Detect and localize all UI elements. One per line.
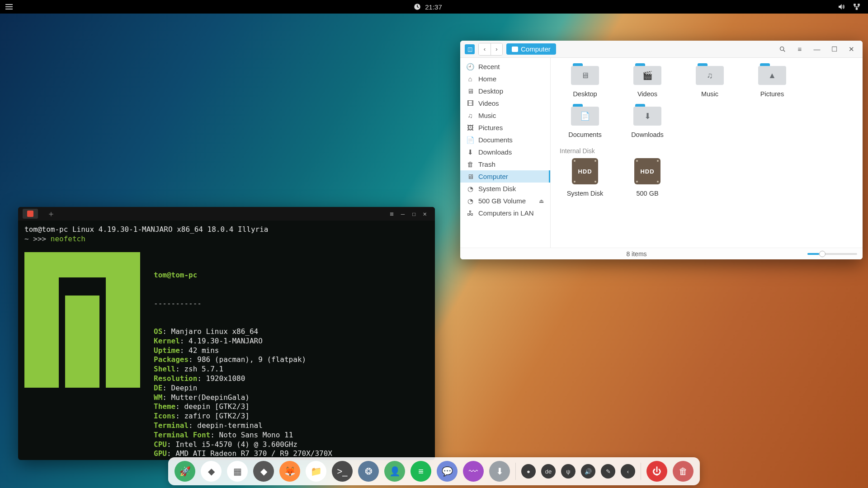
sidebar-item-trash[interactable]: 🗑Trash xyxy=(460,158,550,170)
image-icon: 🖼 xyxy=(467,124,474,131)
dock-app-lutris[interactable]: 👤 xyxy=(384,461,405,482)
tray-collapse[interactable]: ‹ xyxy=(621,464,635,479)
sidebar-item-documents[interactable]: 📄Documents xyxy=(460,134,550,146)
folder-icon: 🎬 xyxy=(633,63,661,85)
sidebar-item-500-gb-volume[interactable]: ◔500 GB Volume⏏ xyxy=(460,195,550,207)
folder-documents[interactable]: 📄Documents xyxy=(560,104,610,138)
dock-trash[interactable]: 🗑 xyxy=(673,461,693,482)
sidebar-item-desktop[interactable]: 🖥Desktop xyxy=(460,85,550,97)
dock-app-terminal[interactable]: >_ xyxy=(332,461,353,482)
neofetch-row: Theme: deepin [GTK2/3] xyxy=(154,402,332,412)
clock-icon: 🕘 xyxy=(467,63,474,70)
nav-forward-button[interactable]: › xyxy=(491,43,502,55)
sidebar-item-downloads[interactable]: ⬇Downloads xyxy=(460,146,550,158)
tray-edit[interactable]: ✎ xyxy=(601,464,615,479)
window-minimize-button[interactable]: ― xyxy=(810,42,824,56)
svg-rect-1 xyxy=(854,4,856,6)
tray-dot[interactable]: ● xyxy=(521,464,536,479)
terminal-new-tab-button[interactable]: ＋ xyxy=(43,208,59,219)
sidebar-item-home[interactable]: ⌂Home xyxy=(460,73,550,85)
window-maximize-button[interactable]: ☐ xyxy=(408,210,419,218)
terminal-content[interactable]: tom@tom-pc Linux 4.19.30-1-MANJARO x86_6… xyxy=(18,221,435,460)
dock-app-launcher[interactable]: 🚀 xyxy=(175,461,195,482)
network-icon[interactable] xyxy=(853,3,861,11)
disk-label: 500 GB xyxy=(636,190,658,197)
neofetch-row: DE: Deepin xyxy=(154,384,332,393)
dock-app-spotify[interactable]: ≡ xyxy=(410,461,431,482)
folder-videos[interactable]: 🎬Videos xyxy=(622,63,673,98)
neofetch-row: Shell: zsh 5.7.1 xyxy=(154,365,332,374)
folder-music[interactable]: ♫Music xyxy=(684,63,735,98)
sidebar-item-pictures[interactable]: 🖼Pictures xyxy=(460,122,550,134)
dock-app-monitor[interactable]: 〰 xyxy=(463,461,484,482)
dock-app-files[interactable]: 📁 xyxy=(306,461,326,482)
search-icon xyxy=(779,46,786,53)
dock-app-steam[interactable]: ❂ xyxy=(358,461,379,482)
terminal-tab[interactable] xyxy=(23,209,38,219)
tray-volume[interactable]: 🔊 xyxy=(581,464,595,479)
terminal-header-line: tom@tom-pc Linux 4.19.30-1-MANJARO x86_6… xyxy=(24,225,268,234)
folder-downloads[interactable]: ⬇Downloads xyxy=(622,104,673,138)
sidebar-item-label: Computer xyxy=(478,173,508,180)
eject-icon[interactable]: ⏏ xyxy=(539,198,544,204)
disk-500-gb[interactable]: HDD500 GB xyxy=(622,158,673,197)
tray-usb[interactable]: ψ xyxy=(561,464,576,479)
video-icon: 🎞 xyxy=(467,100,474,107)
hamburger-icon[interactable]: ≡ xyxy=(386,210,397,218)
sidebar-item-computers-in-lan[interactable]: 🖧Computers in LAN xyxy=(460,207,550,219)
hdd-icon: HDD xyxy=(572,158,598,184)
sidebar-item-recent[interactable]: 🕘Recent xyxy=(460,61,550,73)
folder-icon: ▲ xyxy=(758,63,786,85)
zoom-slider[interactable] xyxy=(807,253,857,255)
nav-back-button[interactable]: ‹ xyxy=(479,43,491,55)
sidebar-item-label: System Disk xyxy=(478,185,516,192)
fm-app-icon[interactable]: ◫ xyxy=(465,44,475,54)
sidebar-item-label: Videos xyxy=(478,99,499,107)
dock-app-discord[interactable]: 💬 xyxy=(437,461,458,482)
folder-label: Pictures xyxy=(760,90,784,98)
monitor-icon: 🖥 xyxy=(467,173,474,180)
dock-app-multitask[interactable]: ▦ xyxy=(227,461,248,482)
folder-desktop[interactable]: 🖥Desktop xyxy=(560,63,610,98)
window-maximize-button[interactable]: ☐ xyxy=(827,42,841,56)
sidebar-item-videos[interactable]: 🎞Videos xyxy=(460,97,550,109)
breadcrumb[interactable]: Computer xyxy=(506,43,556,55)
volume-icon[interactable] xyxy=(837,3,845,11)
monitor-icon: 🖥 xyxy=(467,88,474,95)
window-close-button[interactable]: ✕ xyxy=(420,210,430,218)
sidebar-item-computer[interactable]: 🖥Computer xyxy=(460,170,550,183)
fm-content[interactable]: 🖥Desktop🎬Videos♫Music▲Pictures📄Documents… xyxy=(551,58,863,248)
sidebar-item-label: Trash xyxy=(478,160,495,168)
svg-point-4 xyxy=(780,47,784,50)
dock-app-store[interactable]: ◆ xyxy=(201,461,222,482)
window-close-button[interactable]: ✕ xyxy=(844,42,858,56)
dock-app-settings[interactable]: ◆ xyxy=(253,461,274,482)
neofetch-row: Uptime: 42 mins xyxy=(154,346,332,356)
sidebar-item-music[interactable]: ♫Music xyxy=(460,109,550,122)
dock-app-downloads[interactable]: ⬇ xyxy=(489,461,510,482)
music-icon: ♫ xyxy=(467,112,474,119)
document-icon: 📄 xyxy=(467,136,474,144)
search-button[interactable] xyxy=(776,42,789,56)
svg-rect-2 xyxy=(858,4,860,6)
terminal-titlebar[interactable]: ＋ ≡ ― ☐ ✕ xyxy=(18,207,435,221)
apps-menu-button[interactable] xyxy=(5,3,13,11)
neofetch-row: Kernel: 4.19.30-1-MANJARO xyxy=(154,337,332,346)
folder-pictures[interactable]: ▲Pictures xyxy=(747,63,797,98)
sidebar-item-label: Music xyxy=(478,112,496,119)
dock-separator xyxy=(641,463,641,480)
neofetch-row: Terminal Font: Noto Sans Mono 11 xyxy=(154,431,332,440)
clock-time: 21:37 xyxy=(425,3,442,11)
dock-app-firefox[interactable]: 🦊 xyxy=(279,461,300,482)
sidebar-item-system-disk[interactable]: ◔System Disk xyxy=(460,183,550,195)
breadcrumb-label: Computer xyxy=(521,45,551,53)
dock-power[interactable]: ⏻ xyxy=(646,461,667,482)
view-menu-button[interactable]: ≡ xyxy=(793,42,807,56)
clock[interactable]: 21:37 xyxy=(18,3,837,11)
window-minimize-button[interactable]: ― xyxy=(397,210,408,218)
tray-keyboard[interactable]: de xyxy=(541,464,556,479)
neofetch-row: OS: Manjaro Linux x86_64 xyxy=(154,327,332,337)
sidebar-item-label: Pictures xyxy=(478,124,503,131)
fm-section-header: Internal Disk xyxy=(552,145,861,158)
disk-system-disk[interactable]: HDDSystem Disk xyxy=(560,158,610,197)
